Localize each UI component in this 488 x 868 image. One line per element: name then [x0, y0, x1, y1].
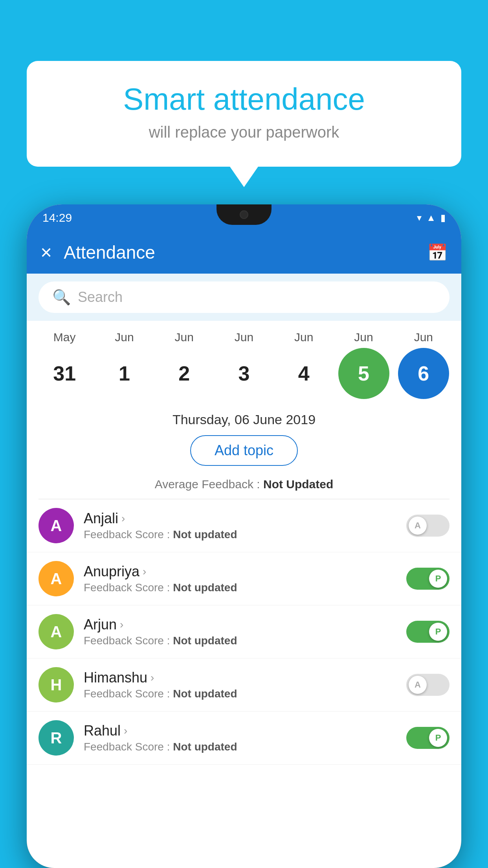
phone-screen: 14:29 ▾ ▲ ▮ × Attendance 📅 🔍 Search May …	[27, 204, 461, 868]
chevron-himanshu: ›	[150, 671, 154, 684]
wifi-icon: ▾	[417, 212, 422, 223]
month-6: Jun	[398, 331, 449, 344]
feedback-val-rahul: Not updated	[173, 741, 237, 753]
month-2: Jun	[159, 331, 210, 344]
month-0: May	[39, 331, 90, 344]
date-6-selected[interactable]: 6	[398, 348, 449, 399]
date-1[interactable]: 1	[99, 348, 150, 399]
calendar-dates: 31 1 2 3 4 5 6	[35, 348, 453, 399]
toggle-himanshu[interactable]: A	[406, 674, 449, 696]
student-feedback-arjun: Feedback Score : Not updated	[84, 634, 396, 647]
status-icons: ▾ ▲ ▮	[417, 212, 446, 223]
search-field[interactable]: 🔍 Search	[39, 281, 449, 313]
avg-feedback-value: Not Updated	[263, 478, 333, 491]
signal-icon: ▲	[426, 212, 436, 223]
student-feedback-rahul: Feedback Score : Not updated	[84, 741, 396, 753]
notch	[216, 204, 272, 225]
avatar-himanshu: H	[39, 667, 74, 702]
avatar-anupriya: A	[39, 561, 74, 596]
toggle-anjali[interactable]: A	[406, 515, 449, 537]
chevron-anjali: ›	[121, 512, 125, 525]
speech-bubble: Smart attendance will replace your paper…	[27, 61, 461, 167]
toggle-knob-himanshu: A	[409, 676, 427, 694]
month-1: Jun	[99, 331, 150, 344]
student-info-anupriya: Anupriya › Feedback Score : Not updated	[84, 563, 396, 594]
feedback-val-arjun: Not updated	[173, 634, 237, 647]
search-bar: 🔍 Search	[27, 274, 461, 321]
date-4[interactable]: 4	[278, 348, 329, 399]
student-feedback-anjali: Feedback Score : Not updated	[84, 528, 396, 541]
feedback-val-anupriya: Not updated	[173, 581, 237, 594]
front-camera	[240, 210, 248, 219]
month-5: Jun	[338, 331, 389, 344]
feedback-val-himanshu: Not updated	[173, 688, 237, 700]
avg-feedback: Average Feedback : Not Updated	[27, 473, 461, 499]
search-placeholder: Search	[78, 289, 123, 305]
student-info-himanshu: Himanshu › Feedback Score : Not updated	[84, 669, 396, 700]
toggle-rahul[interactable]: P	[406, 727, 449, 749]
app-bar-title: Attendance	[64, 242, 415, 263]
toggle-knob-anjali: A	[409, 517, 427, 535]
student-name-anupriya[interactable]: Anupriya ›	[84, 563, 396, 580]
app-bar: × Attendance 📅	[27, 231, 461, 274]
student-name-rahul[interactable]: Rahul ›	[84, 723, 396, 739]
student-feedback-himanshu: Feedback Score : Not updated	[84, 688, 396, 700]
chevron-arjun: ›	[120, 618, 123, 631]
student-feedback-anupriya: Feedback Score : Not updated	[84, 581, 396, 594]
student-info-arjun: Arjun › Feedback Score : Not updated	[84, 616, 396, 647]
add-topic-button[interactable]: Add topic	[190, 435, 298, 466]
calendar-months: May Jun Jun Jun Jun Jun Jun	[35, 331, 453, 344]
student-info-rahul: Rahul › Feedback Score : Not updated	[84, 723, 396, 753]
toggle-knob-arjun: P	[429, 623, 447, 641]
close-button[interactable]: ×	[40, 243, 52, 262]
student-name-himanshu[interactable]: Himanshu ›	[84, 669, 396, 686]
chevron-rahul: ›	[124, 725, 127, 737]
month-3: Jun	[218, 331, 270, 344]
avg-feedback-label: Average Feedback :	[155, 478, 263, 491]
status-time: 14:29	[42, 211, 72, 224]
student-info-anjali: Anjali › Feedback Score : Not updated	[84, 510, 396, 541]
student-item-anjali: A Anjali › Feedback Score : Not updated …	[27, 499, 461, 552]
student-item-himanshu: H Himanshu › Feedback Score : Not update…	[27, 658, 461, 712]
add-topic-wrap: Add topic	[27, 431, 461, 473]
student-list: A Anjali › Feedback Score : Not updated …	[27, 499, 461, 765]
toggle-arjun[interactable]: P	[406, 621, 449, 643]
phone-frame: 14:29 ▾ ▲ ▮ × Attendance 📅 🔍 Search May …	[27, 204, 461, 868]
toggle-knob-anupriya: P	[429, 570, 447, 588]
toggle-knob-rahul: P	[429, 729, 447, 747]
date-2[interactable]: 2	[159, 348, 210, 399]
calendar-icon[interactable]: 📅	[427, 243, 448, 262]
chevron-anupriya: ›	[143, 565, 146, 578]
bubble-title: Smart attendance	[50, 83, 438, 116]
toggle-anupriya[interactable]: P	[406, 568, 449, 590]
avatar-arjun: A	[39, 614, 74, 649]
student-item-arjun: A Arjun › Feedback Score : Not updated P	[27, 605, 461, 658]
bubble-subtitle: will replace your paperwork	[50, 123, 438, 141]
avatar-anjali: A	[39, 508, 74, 543]
student-item-rahul: R Rahul › Feedback Score : Not updated P	[27, 712, 461, 765]
search-icon: 🔍	[52, 289, 71, 306]
selected-date-label: Thursday, 06 June 2019	[27, 405, 461, 431]
date-3[interactable]: 3	[218, 348, 270, 399]
avatar-rahul: R	[39, 720, 74, 756]
student-item-anupriya: A Anupriya › Feedback Score : Not update…	[27, 552, 461, 605]
date-5-today[interactable]: 5	[338, 348, 389, 399]
student-name-arjun[interactable]: Arjun ›	[84, 616, 396, 633]
calendar-strip: May Jun Jun Jun Jun Jun Jun 31 1 2 3 4 5…	[27, 321, 461, 405]
month-4: Jun	[278, 331, 329, 344]
battery-icon: ▮	[440, 212, 446, 223]
student-name-anjali[interactable]: Anjali ›	[84, 510, 396, 527]
date-0[interactable]: 31	[39, 348, 90, 399]
feedback-val-anjali: Not updated	[173, 528, 237, 541]
